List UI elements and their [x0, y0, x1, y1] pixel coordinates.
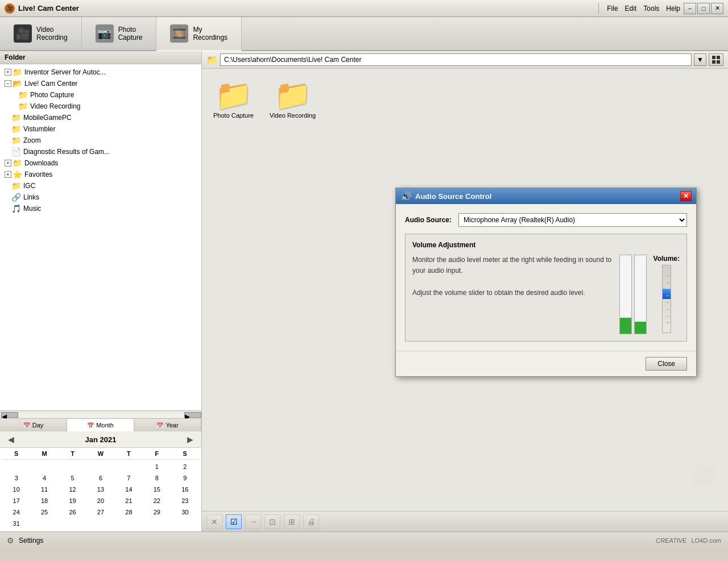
cal-day-26[interactable]: 26 — [59, 506, 86, 518]
tree-item-favorites[interactable]: + ⭐ Favorites — [0, 169, 201, 180]
volume-slider-thumb[interactable] — [663, 289, 671, 299]
cal-prev-btn[interactable]: ◀ — [5, 434, 18, 445]
cal-day-17[interactable]: 17 — [2, 495, 30, 506]
volume-slider[interactable] — [662, 265, 671, 333]
tree-item-zoom[interactable]: 📁 Zoom — [0, 135, 201, 146]
cal-day-25[interactable]: 25 — [30, 506, 58, 518]
music-icon: 🎵 — [11, 204, 21, 213]
cal-day-12[interactable]: 12 — [59, 484, 86, 495]
tree-item-links[interactable]: 🔗 Links — [0, 192, 201, 203]
expand-downloads[interactable]: + — [5, 160, 11, 167]
tree-item-music[interactable]: 🎵 Music — [0, 203, 201, 214]
expand-inventor[interactable]: + — [5, 69, 11, 76]
cal-hdr-0: S — [2, 450, 30, 457]
volume-meters — [619, 255, 647, 334]
scrollbar-left-btn[interactable]: ◀ — [1, 412, 18, 418]
cal-day-empty — [115, 461, 143, 472]
tab-photo-capture[interactable]: 📷 Photo Capture — [82, 17, 157, 50]
cal-day-7[interactable]: 7 — [115, 472, 143, 484]
menu-edit[interactable]: Edit — [622, 3, 640, 14]
tree-label-music: Music — [23, 205, 41, 213]
cal-day-16[interactable]: 16 — [171, 484, 199, 495]
cal-day-empty — [2, 461, 30, 472]
tree-item-mobilegame[interactable]: 📁 MobileGamePC — [0, 112, 201, 123]
cal-tab-year[interactable]: 📅 Year — [134, 419, 201, 431]
volume-text-area: Monitor the audio level meter at the rig… — [412, 255, 613, 334]
video-recording-icon: 🎥 — [14, 24, 32, 43]
tab-video-label: Video Recording — [36, 26, 68, 41]
tree-item-igc[interactable]: 📁 IGC — [0, 180, 201, 192]
tab-my-recordings[interactable]: 🎞️ My Recordings — [156, 17, 242, 51]
tab-video-recording[interactable]: 🎥 Video Recording — [0, 17, 82, 50]
tree-item-livecam[interactable]: − 📂 Live! Cam Center — [0, 78, 201, 89]
cal-hdr-2: T — [59, 450, 86, 457]
menu-tools[interactable]: Tools — [640, 3, 663, 14]
lo4d-text: LO4D.com — [691, 537, 721, 544]
cal-day-empty — [86, 461, 114, 472]
cal-day-30[interactable]: 30 — [171, 506, 199, 518]
minimize-button[interactable]: − — [684, 3, 696, 14]
tree-item-videorec[interactable]: 📁 Video Recording — [0, 101, 201, 112]
cal-day-9[interactable]: 9 — [171, 472, 199, 484]
cal-tab-day[interactable]: 📅 Day — [0, 419, 67, 431]
cal-day-22[interactable]: 22 — [143, 495, 171, 506]
menu-separator — [598, 3, 599, 14]
meter-right — [634, 255, 647, 334]
audio-source-select[interactable]: Microphone Array (Realtek(R) Audio) Defa… — [458, 213, 687, 227]
folder-tree[interactable]: + 📁 Inventor Server for Autoc... − 📂 Liv… — [0, 64, 201, 410]
tree-item-downloads[interactable]: + 📁 Downloads — [0, 157, 201, 169]
cal-hdr-1: M — [30, 450, 58, 457]
cal-day-21[interactable]: 21 — [115, 495, 143, 506]
cal-day-1[interactable]: 1 — [143, 461, 171, 472]
tree-item-inventor[interactable]: + 📁 Inventor Server for Autoc... — [0, 67, 201, 78]
close-button[interactable]: ✕ — [711, 3, 723, 14]
tree-item-photocap[interactable]: 📁 Photo Capture — [0, 89, 201, 101]
dialog-close-button[interactable]: Close — [646, 357, 687, 371]
expand-livecam[interactable]: − — [5, 80, 11, 87]
cal-day-23[interactable]: 23 — [171, 495, 199, 506]
file-icon-diagnostic: 📄 — [11, 147, 21, 156]
cal-hdr-5: F — [143, 450, 171, 457]
cal-day-31[interactable]: 31 — [2, 518, 30, 529]
cal-day-10[interactable]: 10 — [2, 484, 30, 495]
cal-tab-month[interactable]: 📅 Month — [67, 419, 134, 431]
tree-label-diagnostic: Diagnostic Results of Gam... — [23, 148, 110, 156]
tick-1 — [666, 276, 669, 276]
cal-next-btn[interactable]: ▶ — [184, 434, 197, 445]
scrollbar-right-btn[interactable]: ▶ — [184, 412, 201, 418]
cal-day-4[interactable]: 4 — [30, 472, 58, 484]
dialog-close-btn[interactable]: ✕ — [680, 191, 692, 201]
menu-file[interactable]: File — [603, 3, 621, 14]
cal-day-2[interactable]: 2 — [171, 461, 199, 472]
cal-day-5[interactable]: 5 — [59, 472, 86, 484]
cal-day-29[interactable]: 29 — [143, 506, 171, 518]
tree-item-diagnostic[interactable]: 📄 Diagnostic Results of Gam... — [0, 146, 201, 157]
cal-day-11[interactable]: 11 — [30, 484, 58, 495]
cal-day-13[interactable]: 13 — [86, 484, 114, 495]
folder-icon-favorites: ⭐ — [13, 170, 22, 179]
cal-hdr-3: W — [86, 450, 114, 457]
cal-day-8[interactable]: 8 — [143, 472, 171, 484]
menu-help[interactable]: Help — [663, 3, 684, 14]
cal-day-6[interactable]: 6 — [86, 472, 114, 484]
cal-day-28[interactable]: 28 — [115, 506, 143, 518]
settings-label[interactable]: Settings — [19, 537, 43, 545]
cal-day-14[interactable]: 14 — [115, 484, 143, 495]
cal-day-3[interactable]: 3 — [2, 472, 30, 484]
expand-favorites[interactable]: + — [5, 171, 11, 178]
tree-item-vistumbler[interactable]: 📁 Vistumbler — [0, 123, 201, 135]
cal-day-15[interactable]: 15 — [143, 484, 171, 495]
folder-icon-vistumbler: 📁 — [11, 124, 21, 134]
cal-day-20[interactable]: 20 — [86, 495, 114, 506]
horizontal-scrollbar[interactable]: ◀ ▶ — [0, 410, 201, 418]
maximize-button[interactable]: □ — [697, 3, 710, 14]
cal-day-18[interactable]: 18 — [30, 495, 58, 506]
tab-photo-label: Photo Capture — [118, 26, 143, 41]
cal-day-24[interactable]: 24 — [2, 506, 30, 518]
cal-day-empty — [59, 461, 86, 472]
cal-day-27[interactable]: 27 — [86, 506, 114, 518]
folder-icon-igc: 📁 — [11, 181, 21, 190]
calendar-tabs: 📅 Day 📅 Month 📅 Year — [0, 419, 201, 431]
cal-hdr-6: S — [171, 450, 199, 457]
cal-day-19[interactable]: 19 — [59, 495, 86, 506]
